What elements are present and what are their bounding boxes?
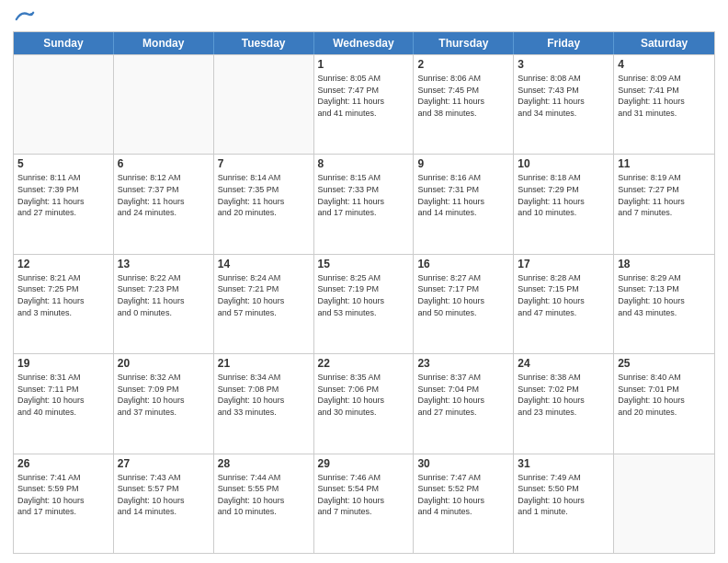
calendar-cell: 10Sunrise: 8:18 AM Sunset: 7:29 PM Dayli… <box>514 155 614 253</box>
day-number: 4 <box>618 58 711 71</box>
calendar-row: 26Sunrise: 7:41 AM Sunset: 5:59 PM Dayli… <box>14 454 714 553</box>
calendar-row: 19Sunrise: 8:31 AM Sunset: 7:11 PM Dayli… <box>14 353 714 453</box>
cell-info: Sunrise: 8:11 AM Sunset: 7:39 PM Dayligh… <box>17 172 109 218</box>
cell-info: Sunrise: 8:19 AM Sunset: 7:27 PM Dayligh… <box>618 172 711 218</box>
weekday-header: Saturday <box>614 32 714 54</box>
weekday-header: Tuesday <box>214 32 314 54</box>
calendar-cell: 31Sunrise: 7:49 AM Sunset: 5:50 PM Dayli… <box>514 454 614 553</box>
day-number: 24 <box>518 357 609 370</box>
calendar-header: SundayMondayTuesdayWednesdayThursdayFrid… <box>14 32 714 54</box>
day-number: 23 <box>417 357 509 370</box>
calendar-cell: 13Sunrise: 8:22 AM Sunset: 7:23 PM Dayli… <box>114 255 214 353</box>
day-number: 8 <box>318 157 410 170</box>
calendar-cell: 21Sunrise: 8:34 AM Sunset: 7:08 PM Dayli… <box>214 354 314 453</box>
day-number: 29 <box>318 457 410 470</box>
day-number: 3 <box>518 58 609 71</box>
cell-info: Sunrise: 7:47 AM Sunset: 5:52 PM Dayligh… <box>417 472 509 518</box>
day-number: 2 <box>417 58 509 71</box>
cell-info: Sunrise: 8:32 AM Sunset: 7:09 PM Dayligh… <box>118 372 210 418</box>
day-number: 21 <box>218 357 310 370</box>
calendar-cell: 29Sunrise: 7:46 AM Sunset: 5:54 PM Dayli… <box>314 454 415 553</box>
cell-info: Sunrise: 8:06 AM Sunset: 7:45 PM Dayligh… <box>417 73 509 119</box>
cell-info: Sunrise: 8:37 AM Sunset: 7:04 PM Dayligh… <box>417 372 509 418</box>
weekday-header: Monday <box>114 32 214 54</box>
cell-info: Sunrise: 8:35 AM Sunset: 7:06 PM Dayligh… <box>318 372 410 418</box>
cell-info: Sunrise: 8:08 AM Sunset: 7:43 PM Dayligh… <box>518 73 609 119</box>
calendar-cell <box>114 55 214 154</box>
day-number: 13 <box>118 258 210 270</box>
day-number: 17 <box>518 258 609 270</box>
day-number: 15 <box>318 258 410 270</box>
calendar-cell: 1Sunrise: 8:05 AM Sunset: 7:47 PM Daylig… <box>314 55 415 154</box>
calendar-cell: 8Sunrise: 8:15 AM Sunset: 7:33 PM Daylig… <box>314 155 415 253</box>
calendar-cell: 24Sunrise: 8:38 AM Sunset: 7:02 PM Dayli… <box>514 354 614 453</box>
calendar-row: 12Sunrise: 8:21 AM Sunset: 7:25 PM Dayli… <box>14 254 714 353</box>
calendar-cell: 9Sunrise: 8:16 AM Sunset: 7:31 PM Daylig… <box>414 155 514 253</box>
logo-icon <box>15 9 35 29</box>
page: SundayMondayTuesdayWednesdayThursdayFrid… <box>0 0 728 563</box>
cell-info: Sunrise: 8:29 AM Sunset: 7:13 PM Dayligh… <box>618 272 711 318</box>
calendar-cell: 28Sunrise: 7:44 AM Sunset: 5:55 PM Dayli… <box>214 454 314 553</box>
calendar-cell: 4Sunrise: 8:09 AM Sunset: 7:41 PM Daylig… <box>614 55 714 154</box>
day-number: 19 <box>17 357 109 370</box>
day-number: 22 <box>318 357 410 370</box>
calendar-cell: 3Sunrise: 8:08 AM Sunset: 7:43 PM Daylig… <box>514 55 614 154</box>
calendar-cell: 11Sunrise: 8:19 AM Sunset: 7:27 PM Dayli… <box>614 155 714 253</box>
calendar-row: 1Sunrise: 8:05 AM Sunset: 7:47 PM Daylig… <box>14 54 714 154</box>
cell-info: Sunrise: 8:38 AM Sunset: 7:02 PM Dayligh… <box>518 372 609 418</box>
calendar-row: 5Sunrise: 8:11 AM Sunset: 7:39 PM Daylig… <box>14 154 714 253</box>
day-number: 28 <box>218 457 310 470</box>
cell-info: Sunrise: 8:16 AM Sunset: 7:31 PM Dayligh… <box>417 172 509 218</box>
day-number: 6 <box>118 157 210 170</box>
calendar-cell: 12Sunrise: 8:21 AM Sunset: 7:25 PM Dayli… <box>14 255 114 353</box>
calendar-cell: 30Sunrise: 7:47 AM Sunset: 5:52 PM Dayli… <box>414 454 514 553</box>
day-number: 10 <box>518 157 609 170</box>
cell-info: Sunrise: 7:41 AM Sunset: 5:59 PM Dayligh… <box>17 472 109 518</box>
calendar-cell <box>614 454 714 553</box>
calendar: SundayMondayTuesdayWednesdayThursdayFrid… <box>13 31 715 554</box>
calendar-cell: 26Sunrise: 7:41 AM Sunset: 5:59 PM Dayli… <box>14 454 114 553</box>
cell-info: Sunrise: 8:14 AM Sunset: 7:35 PM Dayligh… <box>218 172 310 218</box>
calendar-cell: 2Sunrise: 8:06 AM Sunset: 7:45 PM Daylig… <box>414 55 514 154</box>
day-number: 7 <box>218 157 310 170</box>
weekday-header: Sunday <box>14 32 114 54</box>
calendar-cell: 16Sunrise: 8:27 AM Sunset: 7:17 PM Dayli… <box>414 255 514 353</box>
cell-info: Sunrise: 8:21 AM Sunset: 7:25 PM Dayligh… <box>17 272 109 318</box>
calendar-cell: 5Sunrise: 8:11 AM Sunset: 7:39 PM Daylig… <box>14 155 114 253</box>
cell-info: Sunrise: 8:28 AM Sunset: 7:15 PM Dayligh… <box>518 272 609 318</box>
cell-info: Sunrise: 8:18 AM Sunset: 7:29 PM Dayligh… <box>518 172 609 218</box>
calendar-cell <box>14 55 114 154</box>
day-number: 14 <box>218 258 310 270</box>
header <box>13 9 715 26</box>
day-number: 11 <box>618 157 711 170</box>
cell-info: Sunrise: 8:05 AM Sunset: 7:47 PM Dayligh… <box>318 73 410 119</box>
calendar-cell: 6Sunrise: 8:12 AM Sunset: 7:37 PM Daylig… <box>114 155 214 253</box>
cell-info: Sunrise: 7:46 AM Sunset: 5:54 PM Dayligh… <box>318 472 410 518</box>
calendar-cell <box>214 55 314 154</box>
day-number: 9 <box>417 157 509 170</box>
day-number: 30 <box>417 457 509 470</box>
cell-info: Sunrise: 8:09 AM Sunset: 7:41 PM Dayligh… <box>618 73 711 119</box>
calendar-cell: 23Sunrise: 8:37 AM Sunset: 7:04 PM Dayli… <box>414 354 514 453</box>
cell-info: Sunrise: 8:12 AM Sunset: 7:37 PM Dayligh… <box>118 172 210 218</box>
calendar-cell: 14Sunrise: 8:24 AM Sunset: 7:21 PM Dayli… <box>214 255 314 353</box>
day-number: 20 <box>118 357 210 370</box>
calendar-cell: 20Sunrise: 8:32 AM Sunset: 7:09 PM Dayli… <box>114 354 214 453</box>
day-number: 12 <box>17 258 109 270</box>
calendar-cell: 25Sunrise: 8:40 AM Sunset: 7:01 PM Dayli… <box>614 354 714 453</box>
weekday-header: Thursday <box>414 32 514 54</box>
calendar-cell: 22Sunrise: 8:35 AM Sunset: 7:06 PM Dayli… <box>314 354 415 453</box>
cell-info: Sunrise: 7:49 AM Sunset: 5:50 PM Dayligh… <box>518 472 609 518</box>
cell-info: Sunrise: 7:44 AM Sunset: 5:55 PM Dayligh… <box>218 472 310 518</box>
cell-info: Sunrise: 8:31 AM Sunset: 7:11 PM Dayligh… <box>17 372 109 418</box>
cell-info: Sunrise: 7:43 AM Sunset: 5:57 PM Dayligh… <box>118 472 210 518</box>
calendar-body: 1Sunrise: 8:05 AM Sunset: 7:47 PM Daylig… <box>14 54 714 553</box>
day-number: 26 <box>17 457 109 470</box>
cell-info: Sunrise: 8:27 AM Sunset: 7:17 PM Dayligh… <box>417 272 509 318</box>
calendar-cell: 18Sunrise: 8:29 AM Sunset: 7:13 PM Dayli… <box>614 255 714 353</box>
weekday-header: Wednesday <box>314 32 415 54</box>
day-number: 27 <box>118 457 210 470</box>
day-number: 16 <box>417 258 509 270</box>
day-number: 1 <box>318 58 410 71</box>
weekday-header: Friday <box>514 32 614 54</box>
